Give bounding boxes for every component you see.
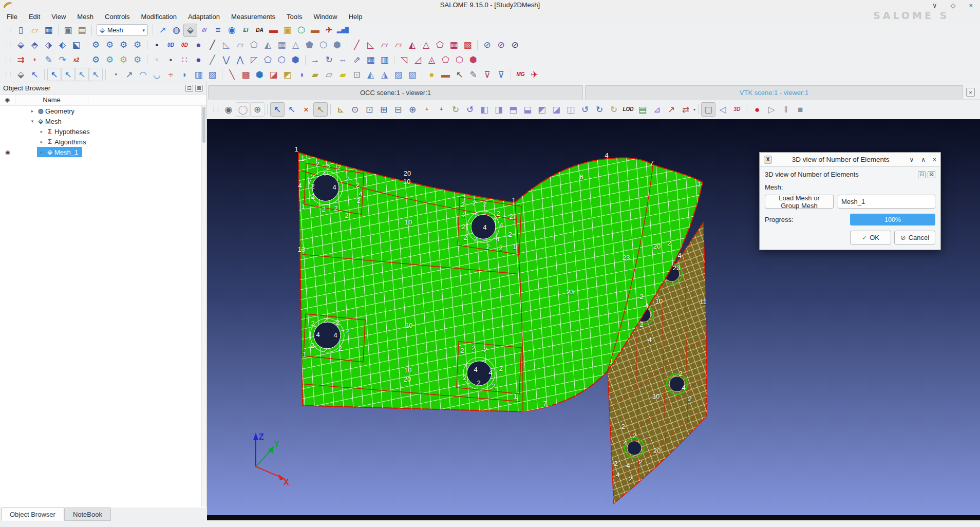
load-mesh-button[interactable]: Load Mesh or Group Mesh xyxy=(765,195,834,209)
panel-float-button[interactable]: ⊡ xyxy=(185,85,193,92)
mouse-interaction-style-icon[interactable]: ◯ xyxy=(236,102,250,117)
stop-recording-icon[interactable]: ■ xyxy=(793,102,807,117)
mesh-name-input[interactable] xyxy=(838,195,935,209)
panning-icon[interactable]: + xyxy=(420,102,434,117)
pause-recording-icon[interactable]: ‖ xyxy=(779,102,793,117)
object-browser-scrollbar[interactable] xyxy=(201,106,206,506)
bend-element-icon[interactable]: ◗ xyxy=(178,68,192,81)
back-view-icon[interactable]: ◨ xyxy=(492,102,506,117)
node-search-icon[interactable]: • xyxy=(164,53,178,67)
add-element-icon[interactable]: + xyxy=(28,53,42,67)
new-document-icon[interactable]: ▯ xyxy=(14,24,28,37)
wz-cursor-icon[interactable]: ↖ xyxy=(453,68,466,81)
hypothesis-other-icon[interactable]: ⚙ xyxy=(130,39,144,52)
perspective-projection-icon[interactable]: ◁ xyxy=(715,102,730,117)
quadratic-node-2-icon[interactable]: ◿ xyxy=(411,53,425,67)
compute-mesh-icon[interactable]: ⬖ xyxy=(55,39,69,52)
menu-measurements[interactable]: Measurements xyxy=(225,11,281,22)
fit-all-icon[interactable]: ⊡ xyxy=(362,102,376,117)
preselection-style-icon[interactable]: ↖ xyxy=(270,102,285,117)
module-jobmanager-icon[interactable]: ≡ xyxy=(211,24,225,37)
split-node-icon[interactable]: ◡ xyxy=(150,68,164,81)
remove-elements-icon[interactable]: ⊘ xyxy=(494,39,508,52)
selection-style-icon[interactable]: ↖ xyxy=(285,102,299,117)
quadratic-node-1-icon[interactable]: ◹ xyxy=(397,53,411,67)
hexahedron-element-icon[interactable]: ▦ xyxy=(275,39,289,52)
chevron-collapsed-icon[interactable]: ▸ xyxy=(29,108,36,114)
open-document-icon[interactable]: ▱ xyxy=(28,24,42,37)
hexagonal-prism-element-icon[interactable]: ⬡ xyxy=(316,39,330,52)
toolbar-handle[interactable]: ⋮⋮ xyxy=(3,42,12,48)
tree-item-content[interactable]: ▸ΣAlgorithms xyxy=(37,137,90,147)
show-trihedron-icon[interactable]: ⊾ xyxy=(333,102,348,117)
module-green-box-icon[interactable]: ⬡ xyxy=(294,24,308,37)
tree-item-mesh_1[interactable]: ◉▸⬙Mesh_1 xyxy=(0,147,206,157)
module-send-study-icon[interactable]: ↗ xyxy=(156,24,169,37)
eye-icon[interactable]: ◉ xyxy=(0,149,15,156)
symmetry-icon[interactable]: ⇔ xyxy=(336,53,350,67)
polyline-up-icon[interactable]: ⋀ xyxy=(233,53,247,67)
rotate-around-axis-icon[interactable]: ↻ xyxy=(607,102,621,117)
module-geometry-icon[interactable]: ◍ xyxy=(169,24,183,37)
evaluate-mesh-icon[interactable]: ⬕ xyxy=(69,39,83,52)
toolbar-handle[interactable]: ⋮⋮ xyxy=(211,106,220,113)
menu-view[interactable]: View xyxy=(46,11,71,22)
sewing-icon[interactable]: ▦ xyxy=(364,53,378,67)
filter-blue-icon[interactable]: ⊽ xyxy=(494,68,508,81)
quadratic-group-2-icon[interactable]: ⬡ xyxy=(453,53,466,67)
module-plugin-jet-icon[interactable]: ✈ xyxy=(322,24,336,37)
tree-item-mesh[interactable]: ▾⬙Mesh xyxy=(0,116,206,126)
quadrangle-element-icon[interactable]: ▱ xyxy=(233,39,247,52)
edit-mesh-icon[interactable]: ⬗ xyxy=(42,39,55,52)
elem-0d-on-nodes-icon[interactable]: 0D xyxy=(178,39,192,52)
rotation-icon[interactable]: ↺ xyxy=(463,102,477,117)
scale-transform-icon[interactable]: ⇗ xyxy=(350,53,364,67)
pattern-mapping-icon[interactable]: ∷ xyxy=(178,53,192,67)
orientation-icon[interactable]: ⚙ xyxy=(89,53,103,67)
close-icon[interactable]: × xyxy=(966,88,975,97)
quadratic-group-3-icon[interactable]: ⬢ xyxy=(466,53,480,67)
polygon-element-icon[interactable]: ⬠ xyxy=(247,39,261,52)
split-hexa-2-icon[interactable]: ▧ xyxy=(405,68,419,81)
ok-button[interactable]: ✓ OK xyxy=(850,231,891,244)
global-panning-icon[interactable]: + xyxy=(434,102,448,117)
toolbar-handle[interactable]: ⋮⋮ xyxy=(3,71,12,78)
bottom-view-icon[interactable]: ⬓ xyxy=(520,102,535,117)
viewer-tab-occ[interactable]: OCC scene:1 - viewer:1 xyxy=(208,85,583,99)
hide-selection-icon[interactable]: × xyxy=(299,102,313,117)
maximize-button[interactable]: ◇ xyxy=(950,2,955,9)
pentahedron-element-icon[interactable]: ⬟ xyxy=(303,39,316,52)
menu-help[interactable]: Help xyxy=(343,11,368,22)
zooming-style-icon[interactable]: ⊕ xyxy=(250,102,265,117)
clipping-plane-icon[interactable]: ▰ xyxy=(308,68,322,81)
remove-orphan-nodes-icon[interactable]: ⊘ xyxy=(508,39,522,52)
graduated-axes-icon[interactable]: ⊿ xyxy=(650,102,664,117)
pin-arrow-icon[interactable]: ↗ xyxy=(122,68,136,81)
move-node-icon[interactable]: ✎ xyxy=(42,53,55,67)
grid-u-icon[interactable]: ▨ xyxy=(205,68,219,81)
dialog-title-bar[interactable]: X 3D view of Number of Elements ∨ ∧ × xyxy=(759,152,941,167)
reset-view-right-icon[interactable]: ↻ xyxy=(592,102,607,117)
module-paravis-globe-icon[interactable]: ◉ xyxy=(225,24,239,37)
menu-modification[interactable]: Modification xyxy=(136,11,182,22)
cut-plane-1-icon[interactable]: ◪ xyxy=(267,68,280,81)
module-toolbox-icon[interactable]: ▣ xyxy=(280,24,294,37)
zoom-in-icon[interactable]: ⊕ xyxy=(405,102,420,117)
save-document-icon[interactable]: ▦ xyxy=(42,24,55,37)
rubik-cube-icon[interactable]: ▩ xyxy=(239,68,253,81)
plane-question-icon[interactable]: ▱ xyxy=(322,68,336,81)
module-histogram-icon[interactable]: ▂▅█ xyxy=(336,24,350,37)
chevron-collapsed-icon[interactable]: ▸ xyxy=(38,129,45,134)
tree-item-content[interactable]: ▸◍Geometry xyxy=(28,106,79,116)
red-line-node-icon[interactable]: ╲ xyxy=(225,68,239,81)
chevron-expanded-icon[interactable]: ▾ xyxy=(29,119,36,124)
quadratic-group-1-icon[interactable]: ⬠ xyxy=(439,53,453,67)
dump-view-icon[interactable]: ◉ xyxy=(221,102,236,117)
multi-connection-check-icon[interactable]: ⬡ xyxy=(275,53,289,67)
fit-selection-icon[interactable]: ⊟ xyxy=(391,102,405,117)
cut-plane-2-icon[interactable]: ◩ xyxy=(280,68,294,81)
dialog-maximize-button[interactable]: ∧ xyxy=(921,156,926,163)
magnify-region-icon[interactable]: ⊡ xyxy=(350,68,364,81)
viewer-tab-vtk[interactable]: VTK scene:1 - viewer:1 xyxy=(585,85,963,99)
reorient-faces-icon[interactable]: ⚙ xyxy=(103,53,117,67)
